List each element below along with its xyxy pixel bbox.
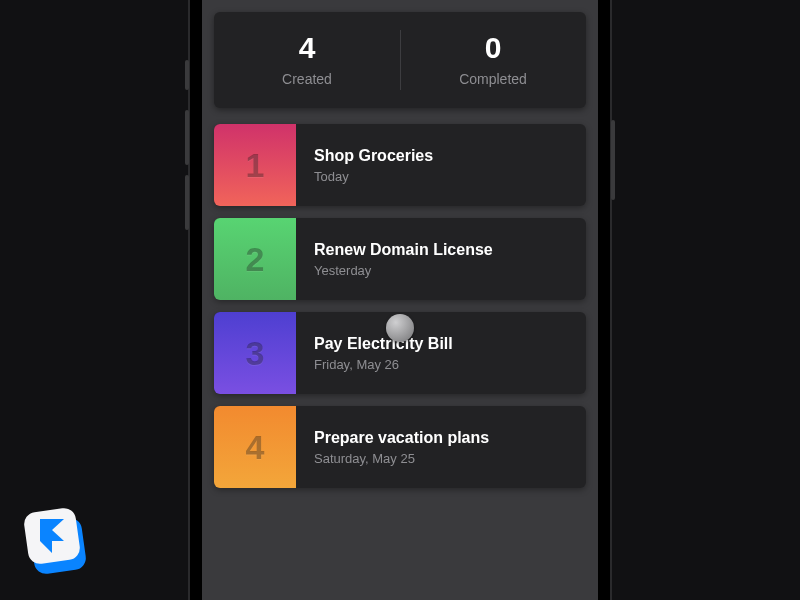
stat-created[interactable]: 4 Created <box>214 12 400 108</box>
task-title: Shop Groceries <box>314 147 586 165</box>
phone-frame: 4 Created 0 Completed 1 Shop Groceries T… <box>190 0 610 600</box>
stats-card: 4 Created 0 Completed <box>214 12 586 108</box>
phone-volume-up <box>185 110 189 165</box>
task-row[interactable]: 1 Shop Groceries Today <box>214 124 586 206</box>
task-title: Pay Electricity Bill <box>314 335 586 353</box>
task-subtitle: Saturday, May 25 <box>314 451 586 466</box>
task-row[interactable]: 2 Renew Domain License Yesterday <box>214 218 586 300</box>
task-badge: 1 <box>214 124 296 206</box>
task-title: Prepare vacation plans <box>314 429 586 447</box>
task-subtitle: Yesterday <box>314 263 586 278</box>
task-title: Renew Domain License <box>314 241 586 259</box>
phone-power-button <box>611 120 615 200</box>
stat-completed[interactable]: 0 Completed <box>400 12 586 108</box>
task-subtitle: Today <box>314 169 586 184</box>
stat-created-value: 4 <box>299 33 316 63</box>
framer-logo-icon <box>22 506 94 578</box>
task-subtitle: Friday, May 26 <box>314 357 586 372</box>
stat-created-label: Created <box>282 71 332 87</box>
phone-screen: 4 Created 0 Completed 1 Shop Groceries T… <box>202 0 598 600</box>
task-row[interactable]: 4 Prepare vacation plans Saturday, May 2… <box>214 406 586 488</box>
task-badge: 3 <box>214 312 296 394</box>
phone-volume-down <box>185 175 189 230</box>
task-badge: 4 <box>214 406 296 488</box>
stat-completed-value: 0 <box>485 33 502 63</box>
phone-mute-switch <box>185 60 189 90</box>
stat-completed-label: Completed <box>459 71 527 87</box>
task-list: 1 Shop Groceries Today 2 Renew Domain Li… <box>214 124 586 488</box>
task-badge: 2 <box>214 218 296 300</box>
touch-indicator-icon <box>386 314 414 342</box>
